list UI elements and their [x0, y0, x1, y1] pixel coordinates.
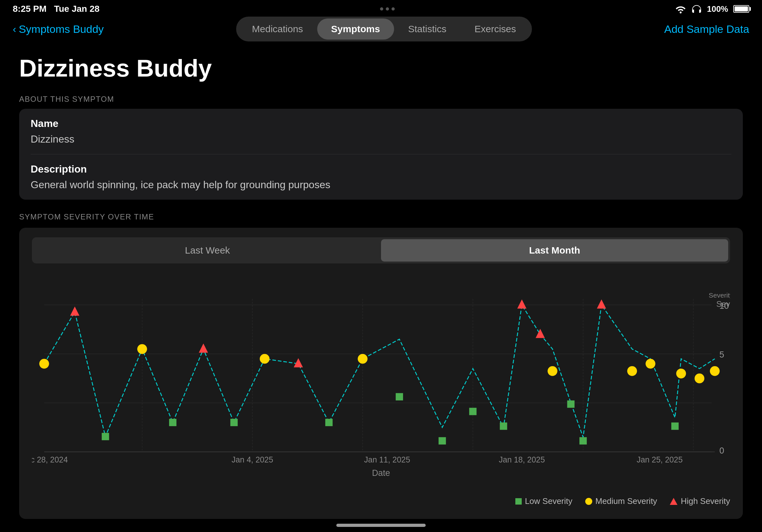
svg-text:Jan 25, 2025: Jan 25, 2025 [637, 455, 683, 464]
data-point-high [517, 299, 526, 309]
toggle-last-month[interactable]: Last Month [381, 239, 728, 262]
page-title: Dizziness Buddy [19, 54, 743, 82]
description-label: Description [31, 163, 731, 175]
svg-text:Dec 28, 2024: Dec 28, 2024 [32, 455, 68, 464]
chart-legend: Low Severity Medium Severity High Severi… [32, 496, 730, 506]
legend-low-label: Low Severity [525, 496, 572, 506]
tab-symptoms[interactable]: Symptoms [317, 19, 394, 39]
chart-svg: Severity 10 5 0 Severity [32, 273, 730, 490]
data-point-medium [646, 359, 655, 369]
data-point-medium [710, 366, 720, 376]
battery-icon [733, 5, 749, 13]
add-sample-button[interactable]: Add Sample Data [664, 23, 749, 35]
data-point-low [567, 400, 574, 408]
data-point-low [230, 419, 238, 426]
chart-container: Last Week Last Month Severity 10 5 0 Sev… [19, 228, 743, 519]
tab-medications[interactable]: Medications [238, 19, 317, 39]
svg-text:Jan 4, 2025: Jan 4, 2025 [232, 455, 273, 464]
wifi-icon [675, 4, 686, 13]
data-point-low [579, 437, 587, 445]
name-row: Name Dizziness [31, 109, 731, 154]
svg-text:Jan 11, 2025: Jan 11, 2025 [364, 455, 410, 464]
legend-high: High Severity [670, 496, 730, 506]
legend-high-label: High Severity [681, 496, 730, 506]
medium-severity-icon [585, 498, 592, 505]
data-point-medium [358, 354, 368, 364]
svg-text:Severity: Severity [709, 292, 730, 299]
data-point-medium [627, 366, 637, 376]
description-value: General world spinning, ice pack may hel… [31, 179, 731, 191]
data-point-medium [695, 373, 705, 383]
data-point-medium [676, 369, 686, 378]
name-label: Name [31, 118, 731, 129]
chart-area: Severity 10 5 0 Severity [32, 273, 730, 490]
data-point-low [396, 393, 403, 400]
data-point-medium [548, 366, 558, 376]
data-point-low [325, 419, 333, 426]
about-section-label: ABOUT THIS SYMPTOM [19, 95, 743, 104]
about-card: Name Dizziness Description General world… [19, 109, 743, 200]
data-point-low [438, 437, 446, 445]
time-range-toggle: Last Week Last Month [32, 237, 730, 263]
data-point-low [671, 423, 679, 430]
data-point-high [536, 329, 545, 338]
data-point-low [469, 408, 476, 415]
legend-medium: Medium Severity [585, 496, 657, 506]
nav-bar: ‹ Symptoms Buddy Medications Symptoms St… [0, 17, 762, 48]
svg-text:Jan 18, 2025: Jan 18, 2025 [499, 455, 545, 464]
description-row: Description General world spinning, ice … [31, 154, 731, 200]
main-content: Dizziness Buddy ABOUT THIS SYMPTOM Name … [0, 48, 762, 519]
tab-exercises[interactable]: Exercises [460, 19, 530, 39]
svg-text:0: 0 [719, 446, 724, 455]
back-chevron-icon: ‹ [13, 23, 16, 35]
name-value: Dizziness [31, 133, 731, 145]
data-point-medium [260, 354, 269, 364]
toggle-last-week[interactable]: Last Week [34, 239, 381, 262]
data-point-medium [39, 359, 49, 369]
svg-text:10: 10 [719, 301, 729, 311]
tab-statistics[interactable]: Statistics [394, 19, 460, 39]
chart-section-label: SYMPTOM SEVERITY OVER TIME [19, 212, 743, 221]
svg-text:5: 5 [719, 350, 724, 360]
high-severity-icon [670, 498, 677, 505]
home-indicator [336, 524, 426, 527]
data-point-high [199, 344, 208, 353]
data-point-high [597, 299, 606, 309]
data-point-low [102, 433, 109, 440]
legend-medium-label: Medium Severity [595, 496, 657, 506]
back-button[interactable]: ‹ Symptoms Buddy [13, 23, 104, 35]
data-point-low [169, 419, 177, 426]
legend-low: Low Severity [515, 496, 572, 506]
status-time: 8:25 PM Tue Jan 28 [13, 4, 100, 14]
data-point-medium [137, 344, 147, 354]
svg-text:Date: Date [372, 468, 390, 478]
status-right: 100% [675, 4, 749, 14]
data-point-low [500, 423, 507, 430]
battery-percent: 100% [707, 4, 728, 14]
status-bar: 8:25 PM Tue Jan 28 100% [0, 0, 762, 17]
tab-group: Medications Symptoms Statistics Exercise… [236, 17, 532, 41]
status-center-dots [380, 7, 395, 11]
headphone-icon [692, 4, 702, 13]
data-point-high [70, 306, 79, 316]
low-severity-icon [515, 498, 522, 504]
back-label: Symptoms Buddy [19, 23, 104, 35]
